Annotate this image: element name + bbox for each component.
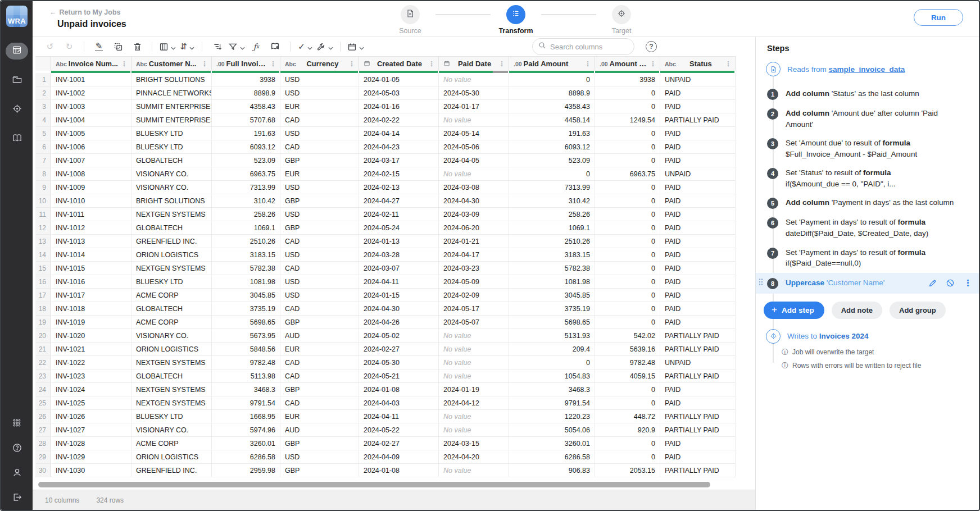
table-cell[interactable]: 7313.99 (509, 181, 595, 194)
table-cell[interactable]: No value (439, 356, 509, 369)
add-step-button[interactable]: +Add step (764, 302, 824, 319)
table-cell[interactable]: PARTIALLY PAID (660, 343, 736, 356)
table-cell[interactable]: ACME CORP (131, 289, 212, 302)
table-cell[interactable]: 2024-04-27 (359, 194, 439, 208)
table-cell[interactable]: 6963.75 (212, 167, 280, 181)
table-cell[interactable]: ACME CORP (131, 437, 212, 450)
table-cell[interactable]: GLOBALTECH (131, 369, 212, 383)
table-cell[interactable]: 2024-05-24 (359, 221, 439, 235)
table-cell[interactable]: 310.42 (212, 194, 280, 208)
table-cell[interactable]: PAID (660, 154, 736, 167)
row-number[interactable]: 26 (35, 410, 51, 423)
table-cell[interactable]: 0 (595, 154, 660, 167)
table-cell[interactable]: BRIGHT SOLUTIONS (131, 73, 212, 86)
table-cell[interactable]: INV-1009 (51, 181, 131, 194)
table-cell[interactable]: 4458.14 (509, 113, 595, 127)
search-columns-input[interactable] (550, 43, 629, 51)
sidebar-item-targets[interactable] (6, 101, 28, 118)
table-cell[interactable]: 2024-01-17 (439, 100, 509, 113)
table-cell[interactable]: INV-1008 (51, 167, 131, 181)
table-cell[interactable]: 2053.15 (595, 464, 660, 477)
table-cell[interactable]: ORION LOGISTICS (131, 343, 212, 356)
table-cell[interactable]: INV-1027 (51, 423, 131, 437)
table-cell[interactable]: INV-1021 (51, 343, 131, 356)
table-cell[interactable]: 5673.95 (212, 329, 280, 343)
table-cell[interactable]: USD (280, 450, 359, 464)
column-header-paid-date[interactable]: Paid Date⋮ (439, 56, 509, 71)
table-cell[interactable]: INV-1011 (51, 208, 131, 221)
row-number[interactable]: 25 (35, 396, 51, 410)
table-cell[interactable]: PAID (660, 316, 736, 329)
table-cell[interactable]: INV-1028 (51, 437, 131, 450)
table-cell[interactable]: 0 (595, 127, 660, 140)
add-note-button[interactable]: Add note (832, 302, 882, 319)
table-cell[interactable]: PAID (660, 396, 736, 410)
table-cell[interactable]: 906.83 (509, 464, 595, 477)
table-cell[interactable]: 2024-01-08 (359, 383, 439, 396)
column-header-currency[interactable]: AbcCurrency⋮ (280, 56, 359, 71)
table-cell[interactable]: SUMMIT ENTERPRISES (131, 100, 212, 113)
table-cell[interactable]: 2024-01-21 (439, 235, 509, 248)
column-menu-icon[interactable]: ⋮ (120, 60, 129, 68)
column-menu-icon[interactable]: ⋮ (497, 60, 506, 68)
table-cell[interactable]: 1069.1 (509, 221, 595, 235)
table-cell[interactable]: 6286.58 (509, 450, 595, 464)
table-cell[interactable]: 2024-01-08 (359, 464, 439, 477)
table-cell[interactable]: CAD (280, 396, 359, 410)
table-cell[interactable]: CAD (280, 356, 359, 369)
table-cell[interactable]: AUD (280, 329, 359, 343)
table-cell[interactable]: 2024-04-11 (359, 410, 439, 423)
table-cell[interactable]: INV-1007 (51, 154, 131, 167)
table-cell[interactable]: PAID (660, 235, 736, 248)
table-cell[interactable]: INV-1023 (51, 369, 131, 383)
table-cell[interactable]: 2024-01-05 (359, 73, 439, 86)
writes-to-row[interactable]: Writes to Invoices 2024 (756, 329, 979, 344)
row-number[interactable]: 19 (35, 316, 51, 329)
table-cell[interactable]: INV-1013 (51, 235, 131, 248)
row-number[interactable]: 6 (35, 140, 51, 154)
table-cell[interactable]: CAD (280, 140, 359, 154)
table-cell[interactable]: 8898.9 (212, 86, 280, 100)
table-cell[interactable]: 2024-04-17 (439, 248, 509, 262)
target-dataset-link[interactable]: Invoices 2024 (819, 332, 869, 340)
table-cell[interactable]: 0 (595, 194, 660, 208)
table-cell[interactable]: 2024-02-22 (359, 113, 439, 127)
table-cell[interactable]: EUR (280, 167, 359, 181)
table-cell[interactable]: 5698.65 (212, 316, 280, 329)
step-item-3[interactable]: 3Set 'Amount due' to result of formula$F… (756, 134, 979, 163)
validate-menu-icon[interactable]: ✓ (297, 39, 313, 54)
stepper-transform[interactable]: Transform (491, 5, 541, 35)
table-cell[interactable]: GBP (280, 194, 359, 208)
table-cell[interactable]: INV-1005 (51, 127, 131, 140)
table-cell[interactable]: 3183.15 (509, 248, 595, 262)
table-cell[interactable]: 2024-05-30 (439, 86, 509, 100)
table-cell[interactable]: VISIONARY CO. (131, 167, 212, 181)
row-number[interactable]: 17 (35, 289, 51, 302)
table-cell[interactable]: INV-1022 (51, 356, 131, 369)
table-cell[interactable]: 2024-04-14 (359, 127, 439, 140)
table-cell[interactable]: 2510.26 (509, 235, 595, 248)
filter-menu-icon[interactable] (228, 39, 245, 54)
undo-icon[interactable]: ↺ (42, 39, 58, 54)
step-item-5[interactable]: 5Add column 'Payment in days' as the las… (756, 193, 979, 213)
column-menu-icon[interactable]: ⋮ (724, 60, 733, 68)
column-menu-icon[interactable]: ⋮ (347, 60, 356, 68)
arrange-rows-icon[interactable] (209, 39, 225, 54)
table-cell[interactable]: PAID (660, 275, 736, 289)
table-cell[interactable]: 4059.15 (595, 369, 660, 383)
table-cell[interactable]: INV-1019 (51, 316, 131, 329)
table-cell[interactable]: PAID (660, 248, 736, 262)
table-cell[interactable]: 0 (595, 221, 660, 235)
table-cell[interactable]: CAD (280, 302, 359, 316)
table-cell[interactable]: 2024-05-03 (359, 86, 439, 100)
table-cell[interactable]: GREENFIELD INC. (131, 464, 212, 477)
table-cell[interactable]: 2024-04-03 (359, 396, 439, 410)
table-cell[interactable]: GBP (280, 154, 359, 167)
columns-menu-icon[interactable] (159, 39, 176, 54)
table-cell[interactable]: 1069.1 (212, 221, 280, 235)
sidebar-item-apps[interactable] (6, 416, 28, 432)
sidebar-item-projects[interactable] (6, 72, 28, 89)
table-cell[interactable]: INV-1018 (51, 302, 131, 316)
table-cell[interactable]: PARTIALLY PAID (660, 369, 736, 383)
table-cell[interactable]: 0 (595, 140, 660, 154)
